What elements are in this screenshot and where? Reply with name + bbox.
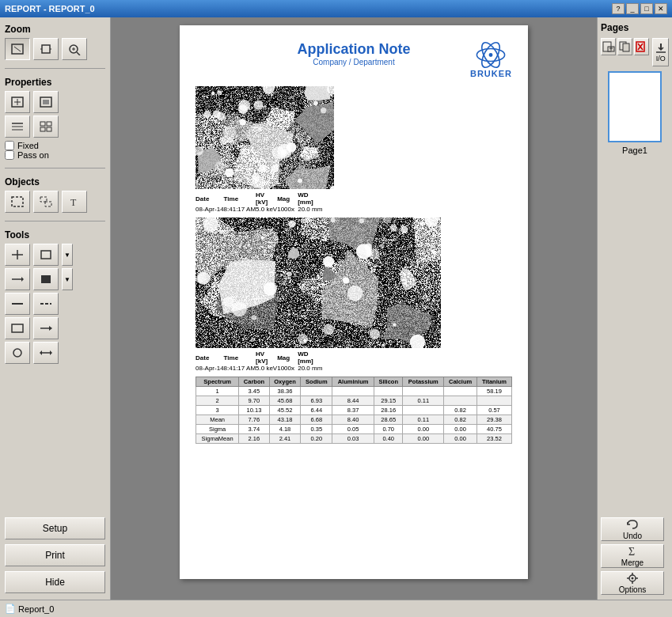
zoom-search-button[interactable] (62, 38, 87, 60)
meta2-time-val: 8:41:17 AM (224, 365, 256, 372)
meta1-mag-val: 1000x (277, 206, 298, 213)
title-bar-buttons: ? _ □ ✕ (612, 3, 667, 14)
options-label: Options (619, 585, 646, 594)
prop-btn-1[interactable] (5, 91, 30, 113)
page1-thumbnail[interactable] (608, 71, 662, 142)
prop-btn-3[interactable] (5, 115, 30, 138)
obj-text-btn[interactable]: T (62, 191, 87, 213)
status-file-item: 📄 Report_0 (5, 604, 54, 614)
io-button[interactable]: I/O (652, 38, 669, 66)
tool-filled-rect-btn[interactable] (33, 268, 59, 290)
prop-btn-2[interactable] (33, 91, 59, 113)
table-cell: 8.44 (332, 396, 374, 406)
tool-rect-btn[interactable] (33, 244, 59, 266)
table-cell (476, 396, 511, 406)
tool-box-btn[interactable] (5, 317, 30, 339)
table-cell (301, 387, 332, 396)
minimize-button[interactable]: _ (626, 3, 639, 14)
table-cell: Sigma (196, 425, 239, 434)
tool-cross-btn[interactable] (5, 244, 30, 266)
bruker-text: BRUKER (470, 69, 512, 78)
title-bar: REPORT - REPORT_0 ? _ □ ✕ (0, 0, 672, 17)
status-file-label: Report_0 (18, 604, 54, 614)
sem-image-1-section: Date Time HV[kV] Mag WD[mm] 08-Apr-14 8:… (196, 86, 512, 213)
pages-toolbar: I/O (601, 38, 669, 66)
table-cell: 45.68 (269, 396, 301, 406)
svg-line-6 (77, 52, 80, 55)
options-button[interactable]: Options (601, 571, 664, 595)
help-button[interactable]: ? (612, 3, 625, 14)
restore-button[interactable]: □ (640, 3, 653, 14)
table-cell: 0.57 (476, 406, 511, 415)
pages-duplicate-button[interactable] (617, 38, 632, 55)
separator-3 (5, 221, 105, 221)
tool-double-arrow-btn[interactable] (33, 342, 59, 364)
table-cell: 3.74 (239, 425, 269, 434)
pass-on-label: Pass on (17, 150, 49, 160)
data-table: Spectrum Carbon Oxygen Sodium Aluminium … (196, 377, 512, 444)
zoom-shrink-button[interactable] (33, 38, 59, 60)
close-button[interactable]: ✕ (655, 3, 667, 14)
hide-button[interactable]: Hide (5, 571, 105, 593)
pages-delete-button[interactable] (634, 38, 649, 55)
meta1-wd-header: WD[mm] (298, 191, 322, 206)
objects-section: Objects T (5, 176, 105, 213)
prop-btn-4[interactable] (33, 115, 59, 138)
main-container: Zoom Properties (0, 17, 672, 600)
company-dept: Company / Department (275, 58, 433, 66)
zoom-fit-button[interactable] (5, 38, 30, 60)
table-cell: 0.00 (403, 434, 444, 444)
table-cell: 9.70 (239, 396, 269, 406)
tool-arrow-right2-btn[interactable] (33, 317, 59, 339)
svg-text:Σ: Σ (628, 546, 635, 558)
right-panel: Pages I/O Page1 Undo (597, 17, 672, 600)
svg-marker-35 (49, 326, 52, 331)
table-cell: 28.16 (374, 406, 402, 415)
meta2-hv-header: HV[kV] (256, 350, 277, 365)
svg-rect-21 (12, 197, 23, 206)
svg-rect-2 (42, 45, 50, 53)
svg-rect-27 (41, 251, 51, 259)
table-cell: 7.76 (239, 415, 269, 425)
page-canvas: Application Note Company / Department BR… (180, 25, 528, 579)
obj-select-btn[interactable] (5, 191, 30, 213)
meta2-mag-val: 1000x (277, 365, 298, 372)
fixed-checkbox[interactable] (5, 141, 14, 150)
table-row: Sigma3.744.180.350.050.700.000.0040.75 (196, 425, 512, 434)
print-button[interactable]: Print (5, 544, 105, 566)
meta1-date-val: 08-Apr-14 (196, 206, 224, 213)
meta2-wd-val: 20.0 mm (298, 365, 322, 372)
table-cell: 0.00 (403, 425, 444, 434)
table-cell: 6.44 (301, 406, 332, 415)
table-cell: Mean (196, 415, 239, 425)
tool-arrow-right-btn[interactable] (5, 268, 30, 290)
table-cell: 23.52 (476, 434, 511, 444)
table-cell: 40.75 (476, 425, 511, 434)
merge-button[interactable]: Σ Merge (601, 544, 664, 568)
separator-2 (5, 168, 105, 168)
obj-multiselect-btn[interactable] (33, 191, 59, 213)
pass-on-checkbox[interactable] (5, 150, 14, 160)
setup-button[interactable]: Setup (5, 517, 105, 539)
meta1-time-val: 8:41:17 AM (224, 206, 256, 213)
table-cell: 0.82 (444, 406, 477, 415)
undo-button[interactable]: Undo (601, 517, 664, 541)
table-cell (444, 387, 477, 396)
tool-dash-line-btn[interactable] (33, 293, 59, 315)
tool-circle-btn[interactable] (5, 342, 30, 364)
table-cell: 0.70 (374, 425, 402, 434)
meta2-hv-val: 5.0 keV (256, 365, 277, 372)
zoom-tools (5, 38, 105, 60)
tool-filled-rect-dropdown[interactable]: ▼ (62, 268, 73, 290)
sem-image-2-section: Date Time HV[kV] Mag WD[mm] 08-Apr-14 8:… (196, 218, 512, 372)
svg-rect-30 (41, 275, 51, 283)
tool-rect-dropdown[interactable]: ▼ (62, 244, 73, 266)
tools-row-3 (5, 293, 105, 315)
pages-add-button[interactable] (601, 38, 616, 55)
tool-line-btn[interactable] (5, 293, 30, 315)
col-aluminium: Aluminium (332, 377, 374, 387)
svg-rect-17 (40, 122, 45, 126)
app-note-title: Application Note (275, 41, 433, 58)
svg-text:T: T (70, 197, 77, 208)
svg-rect-20 (47, 127, 51, 131)
